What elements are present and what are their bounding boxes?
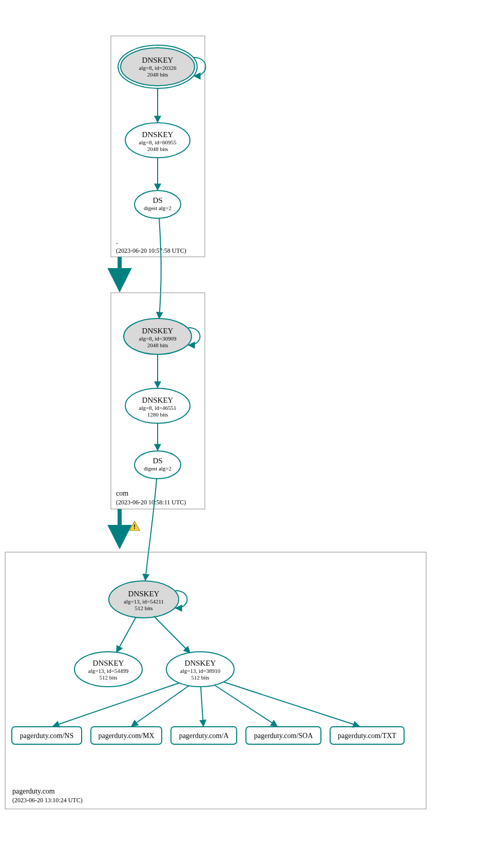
dom-standby-l1: alg=13, id=54499 (88, 668, 129, 674)
edge-dom-ksk-to-standby (117, 617, 136, 652)
dom-ksk-title: DNSKEY (128, 590, 160, 598)
node-com-ksk: DNSKEY alg=8, id=30909 2048 bits (124, 318, 192, 354)
node-com-zsk: DNSKEY alg=8, id=46551 1280 bits (125, 388, 190, 423)
com-zsk-title: DNSKEY (142, 396, 174, 404)
dom-standby-l2: 512 bits (99, 674, 117, 681)
edge-zsk-to-ns (53, 683, 179, 726)
record-txt: pagerduty.com/TXT (330, 727, 404, 744)
zone-root: . (2023-06-20 10:57:58 UTC) DNSKEY alg=8… (111, 36, 206, 257)
com-zsk-l1: alg=8, id=46551 (139, 405, 177, 411)
zone-domain-time: (2023-06-20 13:10:24 UTC) (12, 797, 83, 804)
dom-zsk-l2: 512 bits (191, 674, 209, 681)
zone-com-name: com (116, 489, 128, 497)
node-com-ds: DS digest alg=2 (135, 451, 181, 479)
record-a-label: pagerduty.com/A (179, 732, 230, 740)
root-ksk-l2: 2048 bits (147, 71, 168, 78)
root-zsk-title: DNSKEY (142, 130, 174, 139)
edge-com-ds-to-dom-ksk (145, 479, 157, 580)
zone-domain-name: pagerduty.com (12, 787, 55, 795)
record-a: pagerduty.com/A (171, 727, 237, 744)
dom-ksk-l1: alg=13, id=54211 (124, 598, 164, 605)
com-ds-l1: digest alg=2 (144, 465, 171, 471)
edge-zsk-to-soa (215, 685, 277, 726)
zone-com: com (2023-06-20 10:58:11 UTC) DNSKEY alg… (111, 293, 205, 509)
svg-point-8 (135, 451, 181, 479)
dom-ksk-l2: 512 bits (135, 605, 152, 611)
edge-zsk-to-mx (131, 686, 189, 726)
svg-point-4 (135, 191, 181, 218)
record-soa: pagerduty.com/SOA (246, 727, 321, 744)
zone-root-time: (2023-06-20 10:57:58 UTC) (116, 247, 186, 254)
record-ns-label: pagerduty.com/NS (20, 732, 73, 740)
zone-domain: pagerduty.com (2023-06-20 13:10:24 UTC) … (5, 552, 426, 809)
zone-root-name: . (116, 238, 118, 246)
root-ds-title: DS (152, 196, 162, 204)
node-dom-standby: DNSKEY alg=13, id=54499 512 bits (74, 652, 142, 687)
root-ksk-l1: alg=8, id=20326 (139, 65, 177, 71)
com-ksk-title: DNSKEY (142, 327, 174, 335)
node-root-zsk: DNSKEY alg=8, id=60955 2048 bits (125, 123, 190, 158)
record-ns: pagerduty.com/NS (12, 727, 82, 744)
record-soa-label: pagerduty.com/SOA (254, 732, 313, 740)
dom-zsk-title: DNSKEY (185, 659, 216, 667)
node-root-ksk: DNSKEY alg=8, id=20326 2048 bits (118, 45, 197, 88)
com-ksk-l1: alg=8, id=30909 (139, 335, 177, 342)
record-mx-label: pagerduty.com/MX (98, 732, 154, 740)
warning-icon: ! (129, 521, 140, 531)
node-dom-ksk: DNSKEY alg=13, id=54211 512 bits (109, 581, 179, 618)
dom-standby-title: DNSKEY (93, 659, 124, 667)
root-zsk-l2: 2048 bits (147, 146, 168, 152)
dom-zsk-l1: alg=13, id=38910 (180, 668, 221, 674)
com-ds-title: DS (152, 457, 162, 465)
zone-com-time: (2023-06-20 10:58:11 UTC) (116, 499, 186, 506)
com-ksk-l2: 2048 bits (147, 342, 168, 348)
com-zsk-l2: 1280 bits (147, 411, 168, 418)
root-zsk-l1: alg=8, id=60955 (139, 139, 177, 145)
record-txt-label: pagerduty.com/TXT (338, 732, 396, 740)
edge-zsk-to-a (201, 687, 203, 726)
root-ksk-title: DNSKEY (142, 56, 174, 64)
edge-root-ds-to-com-ksk (159, 218, 161, 318)
svg-text:!: ! (133, 523, 136, 531)
edge-dom-ksk-to-zsk (154, 616, 190, 653)
root-ds-l1: digest alg=2 (144, 205, 171, 211)
dnssec-diagram: . (2023-06-20 10:57:58 UTC) DNSKEY alg=8… (0, 0, 478, 868)
node-root-ds: DS digest alg=2 (135, 191, 181, 218)
node-dom-zsk: DNSKEY alg=13, id=38910 512 bits (166, 652, 234, 687)
record-mx: pagerduty.com/MX (91, 727, 162, 744)
